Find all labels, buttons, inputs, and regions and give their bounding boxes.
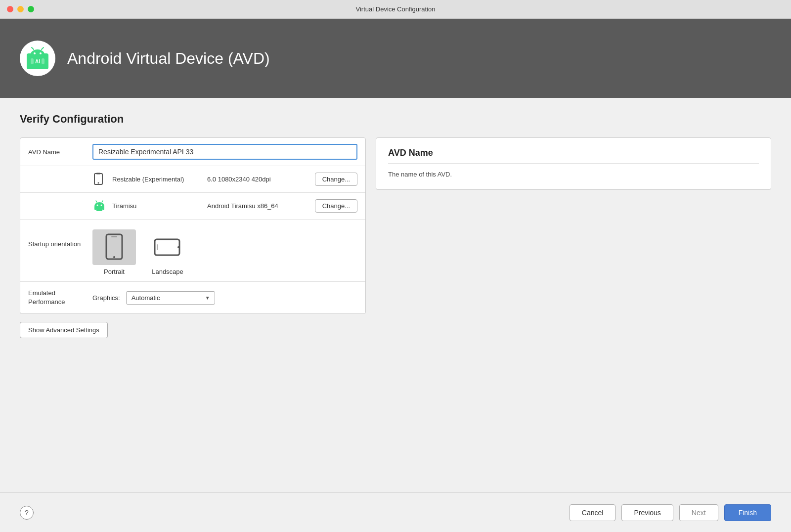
- orientation-options: Portrait Landscape: [92, 229, 189, 275]
- bottom-right: Cancel Previous Next Finish: [570, 504, 771, 521]
- graphics-section: Graphics: Automatic Software Hardware: [92, 291, 215, 305]
- performance-label: EmulatedPerformance: [28, 289, 92, 307]
- content-row: AVD Name Resizable (Experimental): [20, 137, 771, 492]
- help-description: The name of this AVD.: [388, 170, 759, 179]
- portrait-icon: [104, 233, 124, 261]
- avd-name-label: AVD Name: [28, 148, 92, 156]
- next-button[interactable]: Next: [679, 504, 718, 521]
- device-spec: 6.0 1080x2340 420dpi: [207, 176, 309, 183]
- portrait-option[interactable]: Portrait: [92, 229, 136, 275]
- android-icon: [92, 199, 106, 213]
- landscape-label: Landscape: [152, 268, 183, 275]
- landscape-option[interactable]: Landscape: [146, 229, 189, 275]
- app-icon: AI: [20, 41, 55, 76]
- config-table: AVD Name Resizable (Experimental): [20, 137, 366, 314]
- section-title: Verify Configuration: [20, 113, 771, 126]
- orientation-label: Startup orientation: [28, 225, 92, 248]
- svg-line-5: [42, 47, 44, 49]
- avd-name-input[interactable]: [92, 144, 357, 160]
- system-info: Tiramisu Android Tiramisu x86_64 Change.…: [92, 199, 357, 213]
- svg-line-4: [32, 47, 34, 49]
- portrait-label: Portrait: [104, 268, 125, 275]
- svg-line-15: [96, 201, 97, 202]
- help-title: AVD Name: [388, 148, 759, 164]
- landscape-icon: [154, 237, 181, 257]
- bottom-left: ?: [20, 506, 34, 520]
- performance-row: EmulatedPerformance Graphics: Automatic …: [20, 282, 365, 313]
- avd-icon-svg: AI: [25, 45, 50, 71]
- help-button[interactable]: ?: [20, 506, 34, 520]
- phone-icon: [92, 173, 106, 186]
- graphics-label: Graphics:: [92, 294, 120, 302]
- system-spec: Android Tiramisu x86_64: [207, 202, 309, 210]
- titlebar: Virtual Device Configuration: [0, 0, 791, 19]
- landscape-icon-box: [146, 229, 189, 265]
- svg-rect-19: [96, 206, 102, 211]
- close-button[interactable]: [7, 6, 13, 12]
- minimize-button[interactable]: [17, 6, 24, 12]
- svg-point-11: [98, 182, 99, 183]
- device-row: Resizable (Experimental) 6.0 1080x2340 4…: [20, 166, 365, 193]
- finish-button[interactable]: Finish: [724, 504, 771, 521]
- show-advanced-button[interactable]: Show Advanced Settings: [20, 322, 108, 338]
- svg-point-3: [40, 52, 42, 54]
- svg-point-2: [34, 52, 36, 54]
- svg-rect-7: [42, 58, 44, 64]
- page-heading: Android Virtual Device (AVD): [67, 49, 270, 68]
- right-panel: AVD Name The name of this AVD.: [376, 137, 771, 190]
- graphics-select[interactable]: Automatic Software Hardware: [126, 291, 215, 305]
- svg-text:AI: AI: [35, 59, 40, 64]
- svg-line-16: [102, 201, 103, 202]
- header: AI Android Virtual Device (AVD): [0, 19, 791, 98]
- cancel-button[interactable]: Cancel: [570, 504, 616, 521]
- bottom-bar: ? Cancel Previous Next Finish: [0, 492, 791, 532]
- svg-rect-17: [94, 206, 96, 210]
- window-title: Virtual Device Configuration: [356, 5, 436, 13]
- orientation-row: Startup orientation Portrait: [20, 220, 365, 282]
- system-change-button[interactable]: Change...: [315, 199, 357, 213]
- svg-point-1: [31, 49, 44, 59]
- svg-rect-22: [111, 236, 117, 237]
- left-panel: AVD Name Resizable (Experimental): [20, 137, 366, 492]
- previous-button[interactable]: Previous: [621, 504, 673, 521]
- avd-name-row: AVD Name: [20, 138, 365, 166]
- main-content: Verify Configuration AVD Name: [0, 98, 791, 492]
- system-name: Tiramisu: [112, 202, 201, 210]
- window-controls: [7, 6, 34, 12]
- device-change-button[interactable]: Change...: [315, 173, 357, 186]
- svg-point-13: [97, 204, 98, 206]
- svg-rect-23: [155, 239, 179, 255]
- svg-point-24: [177, 246, 179, 248]
- maximize-button[interactable]: [28, 6, 34, 12]
- device-name: Resizable (Experimental): [112, 176, 201, 183]
- portrait-icon-box: [92, 229, 136, 265]
- svg-rect-25: [157, 244, 158, 250]
- device-info: Resizable (Experimental) 6.0 1080x2340 4…: [92, 173, 357, 186]
- svg-rect-18: [102, 206, 104, 210]
- svg-point-21: [113, 256, 115, 258]
- svg-rect-20: [106, 234, 122, 259]
- svg-rect-6: [31, 58, 34, 64]
- svg-rect-10: [96, 173, 100, 175]
- graphics-select-wrapper: Automatic Software Hardware: [126, 291, 215, 305]
- svg-point-14: [101, 204, 102, 206]
- system-row: Tiramisu Android Tiramisu x86_64 Change.…: [20, 193, 365, 220]
